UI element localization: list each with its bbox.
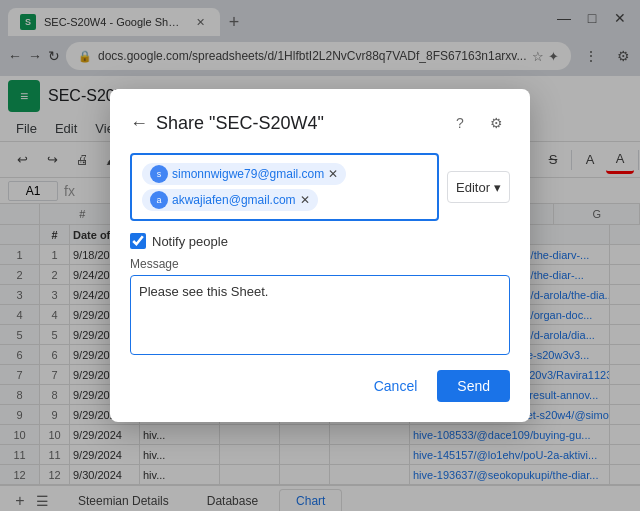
role-chevron-icon: ▾ xyxy=(494,180,501,195)
message-textarea[interactable] xyxy=(130,275,510,355)
chip-email-2: akwajiafen@gmail.com xyxy=(172,193,296,207)
modal-settings-button[interactable]: ⚙ xyxy=(482,109,510,137)
modal-back-button[interactable]: ← xyxy=(130,113,148,134)
notify-row: Notify people xyxy=(130,233,510,249)
recipient-chip-1[interactable]: s simonnwigwe79@gmail.com ✕ xyxy=(142,163,346,185)
modal-help-button[interactable]: ? xyxy=(446,109,474,137)
chip-close-2[interactable]: ✕ xyxy=(300,193,310,207)
modal-header: ← Share "SEC-S20W4" ? ⚙ xyxy=(130,109,510,137)
notify-checkbox[interactable] xyxy=(130,233,146,249)
modal-header-icons: ? ⚙ xyxy=(446,109,510,137)
recipients-row: s simonnwigwe79@gmail.com ✕ a akwajiafen… xyxy=(130,153,510,221)
role-label: Editor xyxy=(456,180,490,195)
modal-overlay: ← Share "SEC-S20W4" ? ⚙ s simonnwigwe79@… xyxy=(0,0,640,511)
message-label: Message xyxy=(130,257,510,271)
send-button[interactable]: Send xyxy=(437,370,510,402)
recipient-chip-2[interactable]: a akwajiafen@gmail.com ✕ xyxy=(142,189,318,211)
cancel-button[interactable]: Cancel xyxy=(362,372,430,400)
chip-avatar-1: s xyxy=(150,165,168,183)
chip-close-1[interactable]: ✕ xyxy=(328,167,338,181)
chip-email-1: simonnwigwe79@gmail.com xyxy=(172,167,324,181)
modal-footer: Cancel Send xyxy=(130,370,510,402)
role-select[interactable]: Editor ▾ xyxy=(447,171,510,203)
recipients-input-box[interactable]: s simonnwigwe79@gmail.com ✕ a akwajiafen… xyxy=(130,153,439,221)
modal-title: Share "SEC-S20W4" xyxy=(156,113,446,134)
notify-label: Notify people xyxy=(152,234,228,249)
share-modal: ← Share "SEC-S20W4" ? ⚙ s simonnwigwe79@… xyxy=(110,89,530,422)
role-select-wrap: Editor ▾ xyxy=(447,153,510,221)
chip-avatar-2: a xyxy=(150,191,168,209)
